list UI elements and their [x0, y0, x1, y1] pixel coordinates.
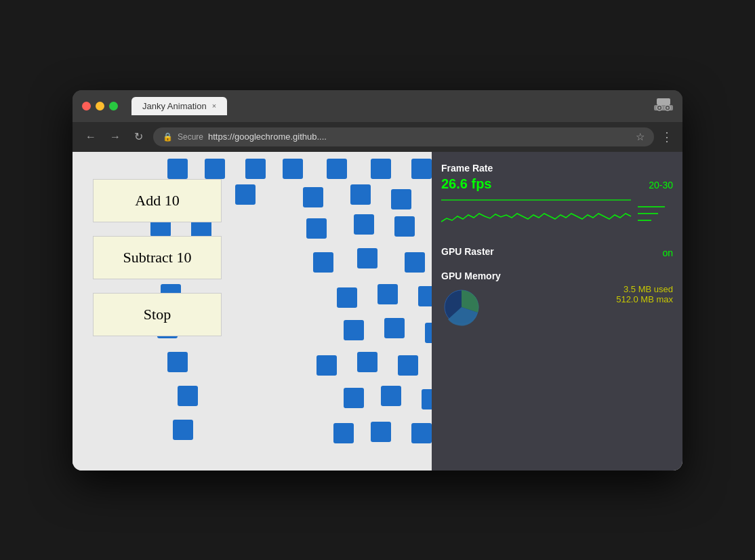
tab-area: Janky Animation × — [131, 97, 647, 115]
stop-button[interactable]: Stop — [93, 293, 222, 336]
bookmark-icon[interactable]: ☆ — [636, 131, 645, 143]
frame-rate-title: Frame Rate — [441, 163, 673, 174]
address-text: https://googlechrome.github.... — [208, 132, 631, 142]
maximize-button[interactable] — [109, 102, 118, 111]
address-bar: ← → ↻ 🔒 Secure https://googlechrome.gith… — [73, 122, 682, 152]
add10-button[interactable]: Add 10 — [93, 179, 222, 222]
mb-used: 3.5 MB used — [616, 284, 673, 294]
fps-value: 26.6 fps — [441, 176, 491, 192]
browser-window: Janky Animation × ← → ↻ 🔒 Secure https:/… — [73, 90, 682, 471]
gpu-raster-title: GPU Raster — [441, 246, 494, 257]
svg-point-5 — [667, 106, 669, 108]
lock-icon: 🔒 — [163, 132, 173, 142]
address-bar-input[interactable]: 🔒 Secure https://googlechrome.github....… — [153, 127, 654, 146]
browser-tab[interactable]: Janky Animation × — [131, 97, 227, 115]
hud-overlay: Frame Rate 26.6 fps 20-30 — [432, 152, 682, 471]
more-options-icon[interactable]: ⋮ — [661, 129, 673, 144]
content-area: Add 10 Subtract 10 Stop Frame Rate 26.6 … — [73, 152, 682, 471]
frame-graph — [441, 195, 673, 235]
gpu-raster-section: GPU Raster on — [441, 246, 673, 260]
tab-close-button[interactable]: × — [212, 102, 216, 110]
gpu-memory-title: GPU Memory — [441, 271, 673, 281]
fps-range: 20-30 — [649, 180, 673, 191]
tab-title: Janky Animation — [142, 101, 207, 111]
incognito-icon — [654, 97, 673, 115]
subtract10-button[interactable]: Subtract 10 — [93, 236, 222, 279]
close-button[interactable] — [82, 102, 91, 111]
forward-button[interactable]: → — [106, 129, 124, 144]
animation-area: Add 10 Subtract 10 Stop — [73, 152, 432, 471]
title-bar: Janky Animation × — [73, 90, 682, 122]
svg-rect-0 — [657, 98, 670, 105]
minimize-button[interactable] — [96, 102, 104, 111]
reload-button[interactable]: ↻ — [131, 129, 146, 144]
memory-pie-chart — [441, 287, 482, 327]
memory-values: 3.5 MB used 512.0 MB max — [616, 284, 673, 304]
frame-rate-section: Frame Rate 26.6 fps 20-30 — [441, 163, 673, 235]
back-button[interactable]: ← — [82, 129, 100, 144]
svg-point-4 — [659, 106, 661, 108]
gpu-raster-value: on — [662, 247, 673, 258]
ui-buttons: Add 10 Subtract 10 Stop — [93, 179, 222, 336]
secure-label: Secure — [178, 132, 203, 142]
traffic-lights — [82, 102, 118, 111]
mb-max: 512.0 MB max — [616, 294, 673, 304]
gpu-memory-section: GPU Memory 3.5 MB used 512.0 MB max — [441, 271, 673, 327]
